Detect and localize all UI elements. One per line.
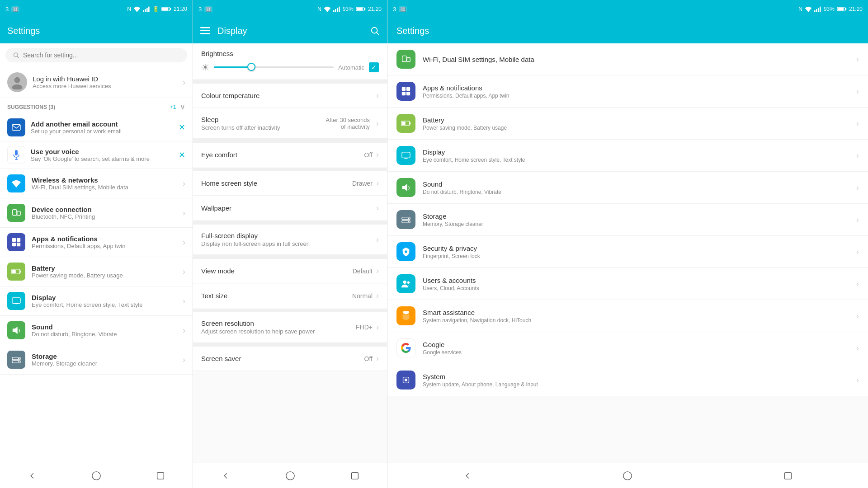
right-google[interactable]: Google Google services ›: [387, 332, 868, 364]
svg-rect-23: [12, 270, 16, 273]
svg-rect-19: [12, 243, 16, 246]
home-screen-chevron: ›: [376, 178, 379, 188]
hamburger-icon[interactable]: [200, 27, 210, 34]
right-device-icon: [396, 50, 415, 69]
right-storage-title: Storage: [423, 212, 849, 220]
svg-rect-63: [402, 122, 406, 125]
search-input[interactable]: [23, 52, 180, 59]
display-title: Display: [217, 26, 363, 36]
home-screen-title: Home screen style: [201, 179, 349, 187]
right-sound[interactable]: Sound Do not disturb, Ringtone, Vibrate …: [387, 172, 868, 204]
sim-badge: 🔢: [11, 6, 19, 12]
home-button-3[interactable]: [618, 467, 637, 485]
right-users-title: Users & accounts: [423, 277, 849, 284]
eye-comfort-item[interactable]: Eye comfort Off ›: [193, 143, 387, 167]
svg-rect-73: [406, 251, 406, 253]
home-button-1[interactable]: [87, 467, 105, 485]
search-box[interactable]: [5, 48, 187, 62]
text-size-item[interactable]: Text size Normal ›: [193, 284, 387, 308]
svg-point-31: [18, 361, 19, 362]
svg-rect-53: [845, 8, 847, 10]
colour-temp-content: Colour temperature: [201, 92, 373, 99]
right-device-connection[interactable]: Wi-Fi, Dual SIM settings, Mobile data ›: [387, 43, 868, 75]
settings-battery[interactable]: Battery Power saving mode, Battery usage…: [0, 257, 193, 286]
text-size-content: Text size: [201, 292, 349, 300]
chevron-down-suggestions[interactable]: ∨: [180, 103, 185, 111]
huawei-id-row[interactable]: Log in with Huawei ID Access more Huawei…: [0, 67, 193, 98]
svg-rect-33: [157, 472, 164, 479]
sim-3: 3: [393, 6, 396, 13]
status-bar-1: 3 🔢 N 🔋 21:20: [0, 0, 193, 18]
settings-apps[interactable]: Apps & notifications Permissions, Defaul…: [0, 228, 193, 257]
home-screen-content: Home screen style: [201, 179, 349, 187]
right-system[interactable]: System System update, About phone, Langu…: [387, 364, 868, 396]
suggestions-header: SUGGESTIONS (3) +1 ∨: [0, 98, 193, 114]
fullscreen-item[interactable]: Full-screen display Display non full-scr…: [193, 225, 387, 255]
svg-rect-60: [406, 92, 410, 95]
right-storage[interactable]: Storage Memory, Storage cleaner ›: [387, 204, 868, 236]
device-text: Device connection Bluetooth, NFC, Printi…: [32, 206, 176, 220]
sleep-title: Sleep: [201, 116, 322, 123]
auto-checkbox[interactable]: ✓: [369, 62, 379, 72]
right-display[interactable]: Display Eye comfort, Home screen style, …: [387, 140, 868, 172]
svg-rect-64: [402, 152, 410, 158]
svg-rect-59: [402, 92, 406, 95]
status-bar-3: 3 🔢 N 93% 21:20: [387, 0, 868, 18]
sun-icon: ☀: [201, 62, 209, 73]
colour-temp-title: Colour temperature: [201, 92, 373, 99]
svg-rect-40: [357, 8, 363, 11]
close-voice-suggestion[interactable]: ✕: [179, 150, 185, 160]
right-users[interactable]: Users & accounts Users, Cloud, Accounts …: [387, 268, 868, 300]
svg-marker-67: [402, 184, 407, 191]
right-smart[interactable]: Smart assistance System navigation, Navi…: [387, 300, 868, 332]
recent-button-1[interactable]: [151, 467, 170, 485]
right-storage-sub: Memory, Storage cleaner: [423, 221, 849, 227]
screen-saver-item[interactable]: Screen saver Off ›: [193, 347, 387, 371]
settings-display[interactable]: Display Eye comfort, Home screen style, …: [0, 286, 193, 316]
back-button-2[interactable]: [217, 467, 235, 485]
right-battery[interactable]: Battery Power saving mode, Battery usage…: [387, 108, 868, 140]
right-sound-title: Sound: [423, 180, 849, 188]
wallpaper-item[interactable]: Wallpaper ›: [193, 196, 387, 221]
bottom-nav-2: [193, 463, 387, 488]
svg-rect-17: [12, 238, 16, 242]
right-users-text: Users & accounts Users, Cloud, Accounts: [423, 277, 849, 291]
settings-wireless[interactable]: Wireless & networks Wi-Fi, Dual SIM sett…: [0, 169, 193, 198]
device-title: Device connection: [32, 206, 176, 213]
settings-storage[interactable]: Storage Memory, Storage cleaner ›: [0, 345, 193, 375]
right-security[interactable]: Security & privacy Fingerprint, Screen l…: [387, 236, 868, 268]
search-icon-display[interactable]: [370, 26, 380, 36]
suggestion-voice-title: Use your voice: [31, 148, 173, 155]
back-button-3[interactable]: [458, 467, 476, 485]
page-title-1: Settings: [7, 26, 185, 36]
right-apps-sub: Permissions, Default apps, App twin: [423, 93, 849, 99]
screen-res-item[interactable]: Screen resolution Adjust screen resoluti…: [193, 312, 387, 343]
sleep-item[interactable]: Sleep Screen turns off after inactivity …: [193, 108, 387, 139]
colour-temp-item[interactable]: Colour temperature ›: [193, 84, 387, 108]
home-button-2[interactable]: [281, 467, 299, 485]
svg-rect-41: [200, 27, 210, 28]
eye-comfort-value: Off: [364, 151, 373, 159]
suggestion-email[interactable]: Add another email account Set up your pe…: [0, 114, 193, 141]
recent-button-2[interactable]: [346, 467, 364, 485]
view-mode-item[interactable]: View mode Default ›: [193, 259, 387, 283]
close-email-suggestion[interactable]: ✕: [179, 122, 185, 132]
right-device-title: Wi-Fi, Dual SIM settings, Mobile data: [423, 56, 849, 63]
back-button-1[interactable]: [23, 467, 41, 485]
right-device-text: Wi-Fi, Dual SIM settings, Mobile data: [423, 56, 849, 63]
right-system-chevron: ›: [856, 375, 859, 385]
time-1: 21:20: [174, 6, 187, 12]
right-security-chevron: ›: [856, 247, 859, 257]
divider-5: [193, 255, 387, 259]
settings-device[interactable]: Device connection Bluetooth, NFC, Printi…: [0, 198, 193, 228]
brightness-slider[interactable]: [214, 66, 334, 68]
right-battery-title: Battery: [423, 116, 849, 124]
suggestion-voice[interactable]: Use your voice Say 'Ok Google' to search…: [0, 141, 193, 169]
signal-icon-3: [814, 6, 821, 12]
svg-marker-27: [13, 327, 18, 334]
recent-button-3[interactable]: [779, 467, 797, 485]
right-apps[interactable]: Apps & notifications Permissions, Defaul…: [387, 75, 868, 108]
sim-badge-2: 🔢: [204, 6, 212, 12]
home-screen-style-item[interactable]: Home screen style Drawer ›: [193, 171, 387, 196]
settings-sound[interactable]: Sound Do not disturb, Ringtone, Vibrate …: [0, 316, 193, 345]
